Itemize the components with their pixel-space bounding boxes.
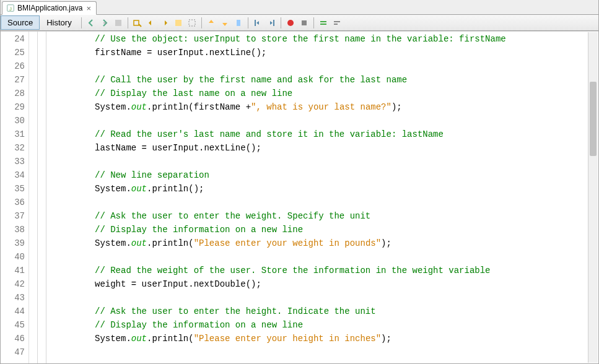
line-number: 45 — [1, 318, 25, 332]
line-number: 40 — [1, 250, 25, 264]
macro-stop-icon[interactable] — [299, 17, 310, 28]
code-line[interactable]: // Read the weight of the user. Store th… — [95, 264, 598, 277]
code-line[interactable]: // Display the information on a new line — [95, 318, 598, 332]
svg-rect-8 — [273, 20, 274, 26]
code-line[interactable]: // Use the object: userInput to store th… — [95, 32, 598, 46]
code-editor[interactable]: // Use the object: userInput to store th… — [46, 32, 598, 363]
svg-rect-13 — [334, 21, 340, 22]
code-line[interactable]: // Ask the user to enter the weight. Spe… — [95, 209, 598, 223]
toolbar-separator — [81, 17, 82, 28]
comment-icon[interactable] — [318, 17, 329, 28]
line-number: 47 — [1, 345, 25, 359]
editor-area: 2425262728293031323334353637383940414243… — [1, 31, 598, 363]
code-line[interactable]: // Call the user by the first name and a… — [95, 73, 598, 87]
toolbar-separator — [248, 17, 248, 28]
svg-rect-11 — [320, 21, 326, 22]
find-selection-icon[interactable] — [132, 17, 143, 28]
find-previous-icon[interactable] — [146, 17, 157, 28]
code-line[interactable]: System.out.println(); — [95, 182, 598, 196]
toolbar-separator — [281, 17, 281, 28]
shift-right-icon[interactable] — [266, 17, 277, 28]
macro-record-icon[interactable] — [285, 17, 296, 28]
line-number: 27 — [1, 73, 25, 87]
code-line[interactable] — [95, 291, 598, 305]
previous-bookmark-icon[interactable] — [206, 17, 217, 28]
next-bookmark-icon[interactable] — [219, 17, 230, 28]
uncomment-icon[interactable] — [331, 17, 343, 28]
svg-rect-6 — [237, 20, 240, 26]
svg-text:J: J — [9, 6, 12, 12]
line-number: 39 — [1, 236, 25, 250]
svg-rect-3 — [134, 20, 139, 25]
line-number: 28 — [1, 87, 25, 100]
toolbar-icon[interactable] — [113, 17, 124, 28]
file-tab[interactable]: J BMIApplication.java × — [2, 1, 97, 15]
line-number: 41 — [1, 264, 25, 277]
toolbar-separator — [201, 17, 202, 28]
svg-rect-2 — [115, 20, 121, 26]
toolbar-separator — [128, 17, 128, 28]
toggle-rectangular-icon[interactable] — [186, 17, 198, 28]
find-next-icon[interactable] — [159, 17, 170, 28]
code-line[interactable]: System.out.println("Please enter your he… — [95, 332, 598, 345]
line-number: 32 — [1, 141, 25, 155]
svg-rect-4 — [175, 20, 181, 26]
shift-left-icon[interactable] — [252, 17, 263, 28]
line-number: 42 — [1, 277, 25, 291]
line-number-gutter: 2425262728293031323334353637383940414243… — [1, 32, 29, 363]
code-line[interactable] — [95, 196, 598, 209]
line-number: 44 — [1, 305, 25, 318]
fold-column[interactable] — [29, 32, 38, 363]
line-number: 29 — [1, 100, 25, 114]
file-tab-label: BMIApplication.java — [17, 4, 82, 12]
code-line[interactable] — [95, 155, 598, 168]
line-number: 25 — [1, 46, 25, 59]
code-line[interactable] — [95, 114, 598, 128]
svg-point-9 — [287, 20, 294, 26]
java-file-icon: J — [6, 4, 15, 12]
svg-rect-5 — [189, 20, 195, 26]
navigate-back-icon[interactable] — [85, 17, 97, 28]
line-number: 34 — [1, 168, 25, 182]
code-line[interactable]: firstName = userInput.nextLine(); — [95, 46, 598, 59]
toggle-bookmark-icon[interactable] — [233, 17, 244, 28]
line-number: 24 — [1, 32, 25, 46]
navigate-forward-icon[interactable] — [99, 17, 110, 28]
close-icon[interactable]: × — [85, 4, 92, 13]
toggle-highlight-icon[interactable] — [173, 17, 184, 28]
code-line[interactable]: weight = userInput.nextDouble(); — [95, 277, 598, 291]
svg-rect-14 — [334, 24, 338, 25]
editor-toolbar: Source History — [1, 15, 598, 31]
code-line[interactable]: lastName = userInput.nextLine(); — [95, 141, 598, 155]
code-line[interactable] — [95, 59, 598, 73]
code-line[interactable]: // Display the information on a new line — [95, 223, 598, 236]
svg-rect-10 — [302, 20, 307, 25]
svg-rect-12 — [320, 24, 326, 25]
fold-column[interactable] — [38, 32, 46, 363]
vertical-scrollbar[interactable] — [588, 32, 598, 363]
source-view-button[interactable]: Source — [1, 15, 40, 30]
scroll-thumb[interactable] — [590, 82, 597, 156]
code-line[interactable] — [95, 345, 598, 359]
line-number: 36 — [1, 196, 25, 209]
line-number: 31 — [1, 128, 25, 141]
line-number: 30 — [1, 114, 25, 128]
file-tab-bar: J BMIApplication.java × — [1, 0, 598, 15]
line-number: 46 — [1, 332, 25, 345]
code-line[interactable]: System.out.println(firstName +", what is… — [95, 100, 598, 114]
history-view-button[interactable]: History — [40, 15, 78, 30]
code-line[interactable] — [95, 250, 598, 264]
code-line[interactable]: // Read the user's last name and store i… — [95, 128, 598, 141]
code-line[interactable]: // New line separation — [95, 168, 598, 182]
code-line[interactable]: System.out.println("Please enter your we… — [95, 236, 598, 250]
line-number: 37 — [1, 209, 25, 223]
line-number: 26 — [1, 59, 25, 73]
line-number: 35 — [1, 182, 25, 196]
line-number: 33 — [1, 155, 25, 168]
toolbar-separator — [313, 17, 314, 28]
line-number: 38 — [1, 223, 25, 236]
code-line[interactable]: // Ask the user to enter the height. Ind… — [95, 305, 598, 318]
code-line[interactable]: // Display the last name on a new line — [95, 87, 598, 100]
line-number: 43 — [1, 291, 25, 305]
svg-rect-7 — [255, 20, 256, 26]
